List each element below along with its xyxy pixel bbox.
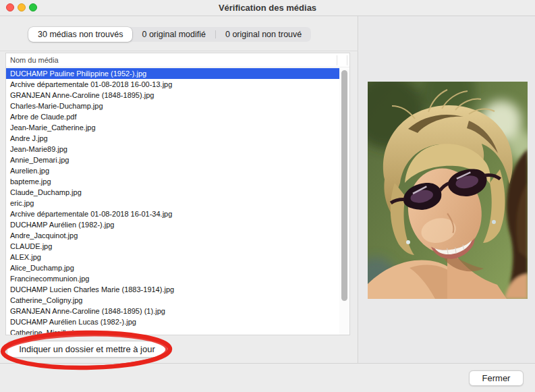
window-title: Vérification des médias [0, 0, 535, 16]
list-item[interactable]: GRANJEAN Anne-Caroline (1848-1895) (1).j… [6, 306, 339, 316]
list-item[interactable]: DUCHAMP Aurélien Lucas (1982-).jpg [6, 316, 339, 327]
column-divider [347, 55, 347, 65]
media-filename: ALEX.jpg [10, 253, 41, 261]
media-filename: bapteme.jpg [10, 177, 51, 186]
list-item[interactable]: eric.jpg [6, 198, 339, 208]
title-bar: Vérification des médias [0, 0, 535, 16]
list-item[interactable]: Aurelien.jpg [6, 165, 339, 176]
media-filename: Annie_Demari.jpg [10, 156, 69, 164]
media-filename: Charles-Marie-Duchamp.jpg [10, 102, 103, 110]
list-item[interactable]: Archive départementale 01-08-2018 16-01-… [6, 208, 339, 219]
list-item[interactable]: DUCHAMP Aurélien (1982-).jpg [6, 219, 339, 230]
media-list-rows: DUCHAMP Pauline Philippine (1952-).jpg A… [6, 68, 339, 335]
media-verification-dialog: Vérification des médias 30 médias non tr… [0, 0, 535, 392]
list-item[interactable]: CLAUDE.jpg [6, 241, 339, 252]
media-filename: Andre J.jpg [10, 134, 48, 142]
scrollbar-track [339, 68, 349, 335]
media-filename: Claude_Duchamp.jpg [10, 188, 82, 196]
list-item[interactable]: Catherine_Coligny.jpg [6, 295, 339, 306]
media-filename: DUCHAMP Lucien Charles Marie (1883-1914)… [10, 285, 174, 293]
media-filename: GRANJEAN Anne-Caroline (1848-1895) (1).j… [10, 307, 165, 315]
tab-original-modifie[interactable]: 0 original modifié [132, 27, 215, 42]
list-item[interactable]: Jean-Marie89.jpg [6, 144, 339, 155]
column-header-media-name[interactable]: Nom du média [6, 53, 349, 67]
list-item[interactable]: Catherine_Mireille.jpg [6, 327, 339, 335]
list-item[interactable]: Arbre de Claude.pdf [6, 111, 339, 122]
list-item[interactable]: ALEX.jpg [6, 252, 339, 262]
media-filename: DUCHAMP Pauline Philippine (1952-).jpg [10, 69, 146, 78]
bottom-bar [0, 363, 535, 392]
media-filename: CLAUDE.jpg [10, 242, 52, 250]
list-item[interactable]: Jean-Marie_Catherine.jpg [6, 122, 339, 133]
media-filename: Jean-Marie_Catherine.jpg [10, 123, 96, 132]
list-item[interactable]: Andre J.jpg [6, 133, 339, 144]
media-filename: GRANJEAN Anne-Caroline (1848-1895).jpg [10, 91, 154, 99]
media-filename: DUCHAMP Aurélien (1982-).jpg [10, 221, 114, 229]
tab-original-non-trouve[interactable]: 0 original non trouvé [216, 27, 311, 42]
list-item[interactable]: Claude_Duchamp.jpg [6, 187, 339, 198]
list-item[interactable]: Charles-Marie-Duchamp.jpg [6, 101, 339, 111]
tab-bar: 30 médias non trouvés 0 original modifié… [28, 27, 311, 42]
media-filename: Jean-Marie89.jpg [10, 145, 67, 153]
column-divider [337, 55, 337, 65]
list-item[interactable]: Alice_Duchamp.jpg [6, 262, 339, 273]
list-item[interactable]: Archive départementale 01-08-2018 16-00-… [6, 79, 339, 90]
media-filename: Archive départementale 01-08-2018 16-01-… [10, 210, 172, 218]
list-item[interactable]: Andre_Jacquinot.jpg [6, 230, 339, 241]
group-box-border [0, 51, 358, 51]
media-filename: DUCHAMP Aurélien Lucas (1982-).jpg [10, 318, 136, 326]
media-filename: Catherine_Mireille.jpg [10, 329, 82, 335]
close-dialog-button[interactable]: Fermer [469, 370, 524, 386]
list-item[interactable]: DUCHAMP Pauline Philippine (1952-).jpg [6, 68, 339, 79]
list-item[interactable]: bapteme.jpg [6, 176, 339, 187]
media-filename: Arbre de Claude.pdf [10, 113, 76, 121]
list-item[interactable]: GRANJEAN Anne-Caroline (1848-1895).jpg [6, 90, 339, 101]
list-item[interactable]: Francinecommunion.jpg [6, 273, 339, 284]
indicate-folder-update-button[interactable]: Indiquer un dossier et mettre à jour [7, 341, 167, 358]
media-list-table: Nom du média DUCHAMP Pauline Philippine … [5, 53, 350, 335]
media-filename: eric.jpg [10, 199, 34, 207]
media-filename: Catherine_Coligny.jpg [10, 296, 82, 304]
media-filename: Andre_Jacquinot.jpg [10, 231, 78, 240]
list-item[interactable]: Annie_Demari.jpg [6, 155, 339, 165]
scrollbar-thumb[interactable] [341, 70, 347, 301]
media-filename: Archive départementale 01-08-2018 16-00-… [10, 80, 172, 88]
list-item[interactable]: DUCHAMP Lucien Charles Marie (1883-1914)… [6, 284, 339, 295]
media-filename: Aurelien.jpg [10, 167, 49, 175]
media-preview-image [368, 82, 528, 299]
tab-medias-non-trouves[interactable]: 30 médias non trouvés [28, 27, 132, 42]
media-filename: Francinecommunion.jpg [10, 275, 89, 283]
media-filename: Alice_Duchamp.jpg [10, 264, 74, 272]
